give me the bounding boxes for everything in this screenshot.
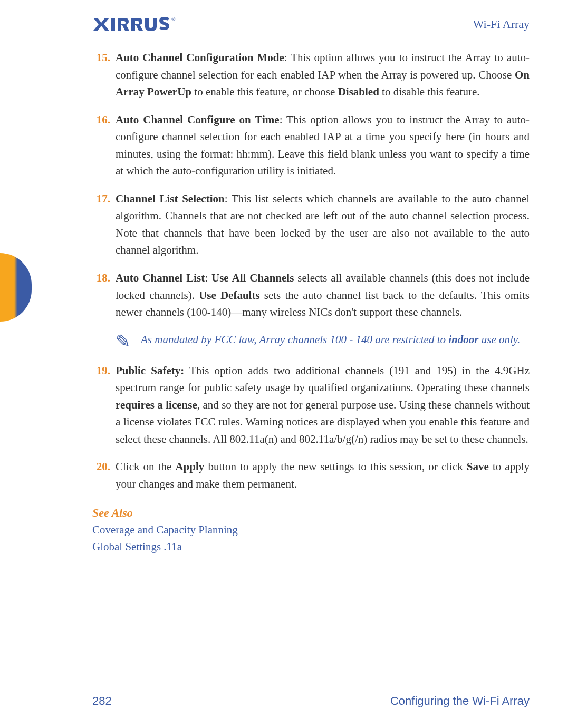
list-body: Auto Channel Configuration Mode: This op… xyxy=(116,49,530,101)
list-item-19: 19. Public Safety: This option adds two … xyxy=(92,362,530,448)
see-also-link-coverage[interactable]: Coverage and Capacity Planning xyxy=(92,522,530,539)
list-item-15: 15. Auto Channel Configuration Mode: Thi… xyxy=(92,49,530,101)
footer-title: Configuring the Wi-Fi Array xyxy=(390,694,530,708)
list-body: Public Safety: This option adds two addi… xyxy=(116,362,530,448)
see-also-header: See Also xyxy=(92,506,530,520)
list-body: Auto Channel List: Use All Channels sele… xyxy=(116,269,530,321)
svg-text:®: ® xyxy=(171,16,176,22)
note-text: As mandated by FCC law, Array channels 1… xyxy=(141,332,520,348)
list-num: 20. xyxy=(92,458,116,492)
header-title: Wi-Fi Array xyxy=(473,17,530,31)
page-footer: 282 Configuring the Wi-Fi Array xyxy=(92,690,530,708)
list-num: 17. xyxy=(92,190,116,259)
list-body: Auto Channel Configure on Time: This opt… xyxy=(116,111,530,180)
hand-write-icon: ✎ xyxy=(116,333,130,351)
list-body: Channel List Selection: This list select… xyxy=(116,190,530,259)
list-item-18: 18. Auto Channel List: Use All Channels … xyxy=(92,269,530,321)
page-header: ® Wi-Fi Array xyxy=(92,16,530,36)
see-also-link-global[interactable]: Global Settings .11a xyxy=(92,539,530,556)
list-num: 19. xyxy=(92,362,116,448)
svg-rect-0 xyxy=(111,18,115,31)
list-item-20: 20. Click on the Apply button to apply t… xyxy=(92,458,530,492)
page-number: 282 xyxy=(92,694,112,708)
list-num: 16. xyxy=(92,111,116,180)
list-item-16: 16. Auto Channel Configure on Time: This… xyxy=(92,111,530,180)
list-num: 15. xyxy=(92,49,116,101)
note-box: ✎ As mandated by FCC law, Array channels… xyxy=(116,332,530,351)
list-body: Click on the Apply button to apply the n… xyxy=(116,458,530,492)
logo: ® xyxy=(92,16,177,33)
list-num: 18. xyxy=(92,269,116,321)
side-tab xyxy=(0,253,32,322)
list-item-17: 17. Channel List Selection: This list se… xyxy=(92,190,530,259)
